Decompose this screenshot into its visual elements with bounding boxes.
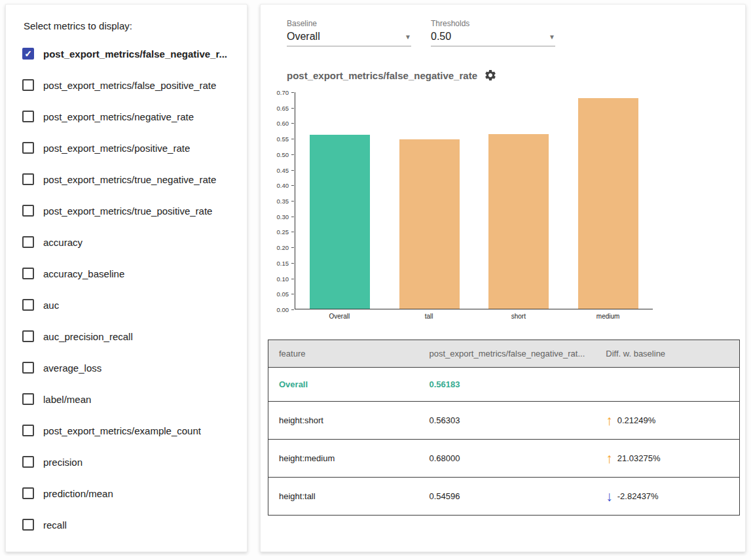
metric-checkbox-item[interactable]: post_export_metrics/true_positive_rate <box>18 195 235 226</box>
table-row[interactable]: height:tall0.54596↓-2.82437% <box>268 478 740 516</box>
y-axis-tick <box>291 92 294 93</box>
metric-checkbox-item[interactable]: recall <box>18 509 235 540</box>
table-row[interactable]: height:medium0.68000↑21.03275% <box>268 440 740 478</box>
metric-label: post_export_metrics/false_negative_r... <box>43 48 227 60</box>
metric-checkbox-item[interactable]: prediction/mean <box>18 478 235 509</box>
value-cell: 0.56303 <box>419 402 596 440</box>
chart-header: post_export_metrics/false_negative_rate <box>287 69 745 82</box>
chart-title: post_export_metrics/false_negative_rate <box>287 70 477 81</box>
checkbox-unchecked-icon[interactable] <box>22 79 34 91</box>
metric-checkbox-item[interactable]: post_export_metrics/positive_rate <box>18 132 235 164</box>
metric-label: post_export_metrics/true_negative_rate <box>43 174 216 185</box>
metric-label: recall <box>43 519 67 531</box>
metric-checkbox-item[interactable]: ✓post_export_metrics/false_negative_r... <box>18 38 235 69</box>
checkbox-unchecked-icon[interactable] <box>22 268 34 279</box>
checkbox-unchecked-icon[interactable] <box>22 425 34 436</box>
y-axis-label: 0.35 <box>277 198 289 205</box>
checkbox-unchecked-icon[interactable] <box>22 362 34 374</box>
y-axis-tick <box>291 279 294 279</box>
metric-label: auc_precision_recall <box>43 331 133 342</box>
y-axis-tick <box>291 185 294 186</box>
metric-label: post_export_metrics/false_positive_rate <box>43 80 216 91</box>
metric-checkbox-item[interactable]: accuracy <box>18 226 235 258</box>
y-axis-label: 0.45 <box>277 166 289 173</box>
gear-icon[interactable] <box>484 69 497 82</box>
metric-checkbox-item[interactable]: accuracy_baseline <box>18 258 235 289</box>
metric-label: accuracy_baseline <box>43 268 124 279</box>
checkbox-unchecked-icon[interactable] <box>22 456 34 468</box>
checkbox-unchecked-icon[interactable] <box>22 205 34 217</box>
results-panel: Baseline Overall ▼ Thresholds 0.50 ▼ pos… <box>260 4 746 552</box>
y-axis-label: 0.65 <box>277 104 289 111</box>
bar-overall[interactable] <box>310 135 370 309</box>
y-axis-tick <box>291 139 294 139</box>
table-row[interactable]: height:short0.56303↑0.21249% <box>268 402 740 440</box>
bar-medium[interactable] <box>578 98 638 309</box>
y-axis-label: 0.05 <box>277 290 289 298</box>
feature-cell: height:medium <box>268 440 419 478</box>
controls-row: Baseline Overall ▼ Thresholds 0.50 ▼ <box>287 19 745 46</box>
y-axis-tick <box>291 294 294 294</box>
checkbox-unchecked-icon[interactable] <box>22 393 34 405</box>
metric-label: prediction/mean <box>43 488 113 499</box>
y-axis-label: 0.20 <box>277 244 289 251</box>
checkbox-unchecked-icon[interactable] <box>22 142 34 154</box>
chart-y-axis: 0.000.050.100.150.200.250.300.350.400.45… <box>261 92 295 309</box>
thresholds-select[interactable]: Thresholds 0.50 ▼ <box>431 19 555 46</box>
bar-tall[interactable] <box>399 139 460 309</box>
checkbox-unchecked-icon[interactable] <box>22 236 34 248</box>
metric-checkbox-item[interactable]: auc_precision_recall <box>18 321 235 352</box>
metric-checkbox-item[interactable]: post_export_metrics/negative_rate <box>18 101 235 132</box>
metric-label: post_export_metrics/positive_rate <box>43 143 190 154</box>
y-axis-tick <box>291 123 294 124</box>
metric-label: average_loss <box>43 362 101 374</box>
metric-checkbox-item[interactable]: post_export_metrics/true_negative_rate <box>18 164 235 195</box>
table-row[interactable]: Overall0.56183 <box>268 368 740 402</box>
value-cell: 0.56183 <box>419 368 596 402</box>
feature-cell: height:tall <box>268 478 419 516</box>
y-axis-tick <box>291 154 294 155</box>
chevron-down-icon: ▼ <box>405 33 411 41</box>
chart-plot-area <box>295 92 653 309</box>
baseline-select-value: Overall <box>287 31 320 43</box>
y-axis-label: 0.10 <box>277 275 289 282</box>
bar-short[interactable] <box>488 134 549 309</box>
chevron-down-icon: ▼ <box>549 33 555 41</box>
checkbox-unchecked-icon[interactable] <box>22 487 34 499</box>
arrow-up-icon: ↑ <box>606 413 613 427</box>
x-axis-label: Overall <box>295 313 384 320</box>
y-axis-label: 0.70 <box>277 89 289 96</box>
checkbox-unchecked-icon[interactable] <box>22 173 34 185</box>
diff-value: 21.03275% <box>617 453 661 463</box>
metric-checkbox-item[interactable]: label/mean <box>18 383 235 415</box>
y-axis-tick <box>291 247 294 248</box>
y-axis-tick <box>291 108 294 109</box>
checkbox-unchecked-icon[interactable] <box>22 299 34 311</box>
table-column-header: feature <box>268 340 419 368</box>
y-axis-label: 0.30 <box>277 213 289 220</box>
metric-checkbox-item[interactable]: post_export_metrics/example_count <box>18 415 235 446</box>
checkbox-checked-icon[interactable]: ✓ <box>22 48 34 60</box>
x-axis-label: tall <box>384 313 474 320</box>
y-axis-tick <box>291 217 294 217</box>
metric-checkbox-item[interactable]: auc <box>18 289 235 321</box>
metric-label: label/mean <box>43 394 91 405</box>
y-axis-label: 0.60 <box>277 120 289 127</box>
checkbox-unchecked-icon[interactable] <box>22 330 34 342</box>
metric-checkbox-item[interactable]: precision <box>18 446 235 478</box>
metric-checkbox-item[interactable]: average_loss <box>18 352 235 383</box>
bar-slot <box>385 92 475 309</box>
diff-cell: ↓-2.82437% <box>595 478 739 516</box>
bar-chart: 0.000.050.100.150.200.250.300.350.400.45… <box>261 92 745 320</box>
checkbox-unchecked-icon[interactable] <box>22 519 34 531</box>
baseline-select[interactable]: Baseline Overall ▼ <box>287 19 411 46</box>
metric-label: accuracy <box>43 237 82 248</box>
metric-checkbox-item[interactable]: post_export_metrics/false_positive_rate <box>18 69 235 101</box>
table-header-row: featurepost_export_metrics/false_negativ… <box>268 340 740 368</box>
y-axis-tick <box>291 201 294 201</box>
y-axis-label: 0.00 <box>277 306 289 313</box>
metric-select-title: Select metrics to display: <box>24 20 235 31</box>
metric-select-panel: Select metrics to display: ✓post_export_… <box>5 4 247 552</box>
checkbox-unchecked-icon[interactable] <box>22 111 34 122</box>
diff-cell: ↑0.21249% <box>595 402 739 440</box>
